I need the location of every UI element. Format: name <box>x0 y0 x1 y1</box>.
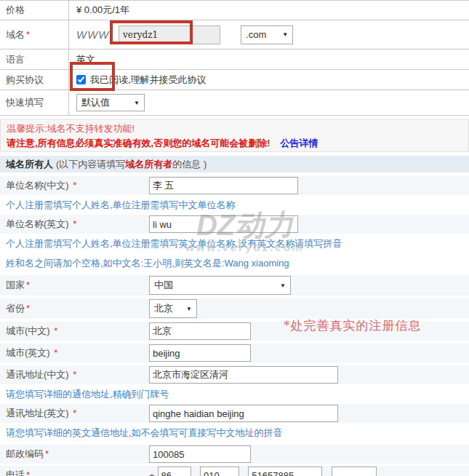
country-row: 国家* 中国 ▼ <box>0 275 469 295</box>
zip-row: 邮政编码* <box>0 445 469 464</box>
label-text: 单位名称(中文) <box>6 180 69 191</box>
quickfill-selected-value: 默认值 <box>81 96 110 109</box>
address-cn-input[interactable] <box>149 366 338 384</box>
quickfill-row: 快速填写 默认值 ▼ <box>0 90 469 116</box>
agreement-text: 我已阅读,理解并接受此协议 <box>90 74 207 87</box>
label-text: 邮政编码 <box>6 448 44 459</box>
phone-area-code-input[interactable] <box>200 467 239 476</box>
section-subtitle-suffix: 的信息 ) <box>172 159 207 170</box>
org-name-cn-label: 单位名称(中文) * <box>0 179 149 192</box>
phone-plus: + <box>149 470 155 476</box>
required-asterisk: * <box>26 279 30 290</box>
name-space-hint: 姓和名之间请加个空格,如中文名:王小明,则英文名是:Wang xiaoming <box>0 253 469 273</box>
province-row: 省份* 北京 ▼ <box>0 298 469 319</box>
phone-country-code-input[interactable] <box>158 467 191 476</box>
quickfill-select[interactable]: 默认值 ▼ <box>76 94 145 111</box>
address-cn-label: 通讯地址(中文) * <box>0 368 149 381</box>
section-subtitle: (以下内容请填写域名所有者的信息 ) <box>56 158 207 171</box>
org-name-cn-hint: 个人注册需填写个人姓名,单位注册需填写中文单位名称 <box>0 195 469 215</box>
address-en-label: 通讯地址(英文) * <box>0 407 149 420</box>
chevron-down-icon: ▼ <box>134 100 140 106</box>
language-row: 语言 英文 <box>0 49 469 70</box>
country-select[interactable]: 中国 ▼ <box>149 276 291 295</box>
phone-separator: - <box>194 470 197 476</box>
section-title: 域名所有人 <box>6 158 53 171</box>
notice-warning: 请注意,所有信息必须真实准确有效,否则您的域名可能会被删除!公告详情 <box>7 136 462 151</box>
chevron-down-icon: ▼ <box>186 306 192 312</box>
required-asterisk: * <box>73 408 76 419</box>
announcement-link[interactable]: 公告详情 <box>281 138 318 148</box>
address-en-hint: 请您填写详细的英文通信地址,如不会填写可直接写中文地址的拼音 <box>0 423 469 443</box>
phone-row: 电话* + - - - <box>0 466 469 476</box>
label-text: 省份 <box>6 303 25 314</box>
org-name-cn-input[interactable] <box>149 177 298 194</box>
org-name-en-input[interactable] <box>149 215 298 233</box>
phone-separator: - <box>325 470 328 476</box>
required-asterisk: * <box>54 347 57 358</box>
agreement-label: 购买协议 <box>0 70 69 90</box>
city-en-label: 城市(英文) * <box>0 346 149 360</box>
language-value: 英文 <box>69 53 469 66</box>
language-label: 语言 <box>0 49 69 69</box>
phone-ext-input[interactable] <box>332 467 377 476</box>
section-subtitle-highlight: 域名所有者 <box>125 159 172 170</box>
quickfill-label: 快速填写 <box>0 90 69 115</box>
order-summary-table: 价格 ¥ 0.00元/1年 域名* WWW. .com ▼ 语言 英文 购买协议 <box>0 0 469 116</box>
domain-row: 域名* WWW. .com ▼ <box>0 20 469 49</box>
agreement-row: 购买协议 我已阅读,理解并接受此协议 <box>0 70 469 90</box>
label-text: 国家 <box>6 279 25 290</box>
domain-name-input[interactable] <box>119 25 220 44</box>
required-asterisk: * <box>45 448 49 459</box>
label-text: 电话 <box>6 469 25 476</box>
notice-tip: 温馨提示:域名不支持转发功能! <box>7 122 462 136</box>
registration-annotation: *处完善真实的注册信息 <box>284 317 422 334</box>
city-en-row: 城市(英文) * <box>0 344 469 362</box>
phone-separator: - <box>242 470 245 476</box>
required-asterisk: * <box>54 325 57 336</box>
phone-number-input[interactable] <box>248 467 322 476</box>
zip-input[interactable] <box>149 445 251 463</box>
phone-group: + - - - <box>149 467 377 476</box>
province-label: 省份* <box>0 302 149 315</box>
notice-panel: 温馨提示:域名不支持转发功能! 请注意,所有信息必须真实准确有效,否则您的域名可… <box>0 119 469 152</box>
notice-warning-text: 请注意,所有信息必须真实准确有效,否则您的域名可能会被删除! <box>7 138 270 148</box>
required-asterisk: * <box>26 469 30 476</box>
price-value: ¥ 0.00元/1年 <box>69 4 469 17</box>
label-text: 单位名称(英文) <box>6 218 69 229</box>
owner-section-header: 域名所有人 (以下内容请填写域名所有者的信息 ) <box>0 156 469 172</box>
address-en-input[interactable] <box>149 405 338 422</box>
price-label: 价格 <box>0 1 69 20</box>
required-asterisk: * <box>26 303 30 314</box>
agreement-checkbox[interactable] <box>76 75 86 84</box>
domain-label: 域名* <box>0 20 69 49</box>
address-cn-hint: 请您填写详细的通信地址,精确到门牌号 <box>0 384 469 404</box>
tld-select[interactable]: .com ▼ <box>241 25 293 44</box>
section-subtitle-prefix: (以下内容请填写 <box>56 159 125 170</box>
org-name-en-row: 单位名称(英文) * <box>0 215 469 234</box>
org-name-en-label: 单位名称(英文) * <box>0 218 149 231</box>
address-en-row: 通讯地址(英文) * <box>0 404 469 423</box>
label-text: 城市(中文) <box>6 325 50 336</box>
address-cn-row: 通讯地址(中文) * <box>0 365 469 384</box>
city-cn-input[interactable] <box>149 322 251 340</box>
city-en-input[interactable] <box>149 344 251 362</box>
chevron-down-icon: ▼ <box>280 282 286 289</box>
required-asterisk: * <box>26 29 30 40</box>
city-cn-label: 城市(中文) * <box>0 325 149 338</box>
www-prefix: WWW. <box>76 28 113 41</box>
required-asterisk: * <box>73 180 76 191</box>
chevron-down-icon: ▼ <box>282 31 288 38</box>
province-selected-value: 北京 <box>154 302 173 315</box>
label-text: 通讯地址(英文) <box>6 408 69 419</box>
domain-label-text: 域名 <box>6 28 25 41</box>
org-name-en-hint: 个人注册需填写个人姓名,单位注册需填写英文单位名称,没有英文名称请填写拼音 <box>0 234 469 253</box>
province-select[interactable]: 北京 ▼ <box>149 299 197 318</box>
country-selected-value: 中国 <box>154 279 173 292</box>
required-asterisk: * <box>73 218 76 229</box>
country-label: 国家* <box>0 279 149 292</box>
label-text: 城市(英文) <box>6 347 50 358</box>
phone-label: 电话* <box>0 469 149 476</box>
label-text: 通讯地址(中文) <box>6 369 69 380</box>
domain-registration-form: 价格 ¥ 0.00元/1年 域名* WWW. .com ▼ 语言 英文 购买协议 <box>0 0 469 476</box>
zip-label: 邮政编码* <box>0 448 149 461</box>
